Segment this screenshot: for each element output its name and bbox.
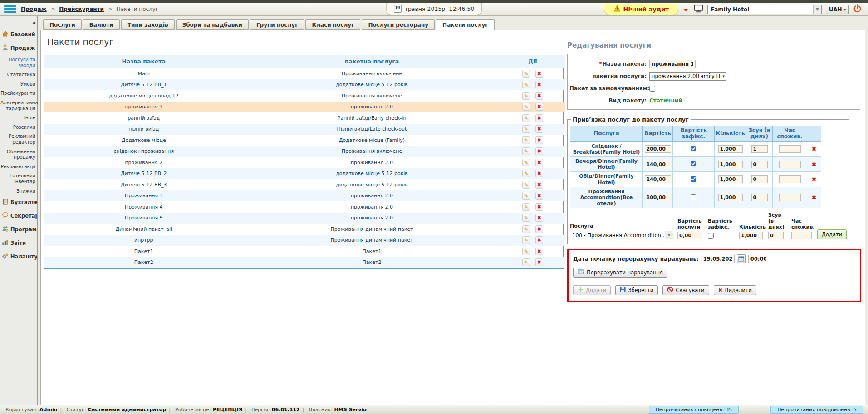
table-row[interactable]: Пакет1Пакет1✎✖ bbox=[44, 246, 565, 257]
tab-Групи послуг[interactable]: Групи послуг bbox=[250, 19, 304, 30]
date-time-display[interactable]: 19 травня 2025р. 12:46:50 bbox=[386, 3, 482, 15]
delete-icon[interactable]: ✖ bbox=[535, 70, 543, 78]
table-row[interactable]: пізній виїздПізній виїзд/Late check-out✎… bbox=[44, 124, 565, 135]
delete-icon[interactable]: ✖ bbox=[812, 146, 817, 152]
workstation-monitor-icon[interactable] bbox=[694, 5, 703, 15]
sidebar-group-item[interactable]: Продаж bbox=[0, 41, 37, 55]
tab-Типи заходів[interactable]: Типи заходів bbox=[121, 19, 175, 30]
tab-Збори та надбавки[interactable]: Збори та надбавки bbox=[176, 19, 249, 30]
delete-icon[interactable]: ✖ bbox=[535, 181, 543, 189]
fixed-checkbox[interactable] bbox=[691, 176, 696, 182]
delete-icon[interactable]: ✖ bbox=[535, 125, 543, 133]
edit-icon[interactable]: ✎ bbox=[522, 214, 530, 222]
delete-icon[interactable]: ✖ bbox=[535, 147, 543, 155]
delete-icon[interactable]: ✖ bbox=[535, 225, 543, 233]
edit-icon[interactable]: ✎ bbox=[522, 225, 530, 233]
hotel-select[interactable]: Family Hotel ▼ bbox=[707, 5, 822, 14]
recalc-time-input[interactable] bbox=[748, 255, 768, 263]
edit-icon[interactable]: ✎ bbox=[522, 70, 530, 78]
price-input[interactable] bbox=[645, 161, 671, 168]
edit-icon[interactable]: ✎ bbox=[522, 159, 530, 166]
unread-notifications-badge[interactable]: Непрочитаних сповіщень: 35 bbox=[649, 406, 739, 414]
add-shift-input[interactable] bbox=[768, 232, 784, 239]
qty-input[interactable] bbox=[718, 145, 743, 153]
qty-input[interactable] bbox=[718, 175, 743, 183]
edit-icon[interactable]: ✎ bbox=[522, 92, 530, 100]
price-input[interactable] bbox=[645, 175, 671, 183]
add-time-input[interactable] bbox=[791, 232, 812, 239]
delete-icon[interactable]: ✖ bbox=[812, 161, 817, 168]
table-row[interactable]: сніданок+проживанняПроживання включене✎✖ bbox=[44, 146, 565, 157]
time-input[interactable] bbox=[779, 175, 801, 183]
edit-icon[interactable]: ✎ bbox=[522, 236, 530, 244]
edit-icon[interactable]: ✎ bbox=[522, 248, 530, 255]
add-service-button[interactable]: Додати bbox=[817, 229, 847, 239]
delete-button[interactable]: ✖ Видалити bbox=[714, 285, 756, 295]
delete-icon[interactable]: ✖ bbox=[812, 194, 817, 201]
breadcrumb-link-pricelists[interactable]: Прейскуранти bbox=[59, 6, 104, 12]
shift-input[interactable] bbox=[751, 145, 768, 153]
delete-icon[interactable]: ✖ bbox=[812, 176, 817, 183]
table-row[interactable]: додатеове місце понад 12Проживання включ… bbox=[44, 90, 565, 102]
package-name-input[interactable] bbox=[649, 60, 696, 68]
table-row[interactable]: MainПроживання включене✎✖ bbox=[44, 68, 565, 79]
sidebar-group-item[interactable]: Бухгалтерія bbox=[0, 195, 37, 209]
table-row[interactable]: Проживання 5проживання 2.0✎✖ bbox=[44, 213, 565, 224]
tab-Класи послуг[interactable]: Класи послуг bbox=[305, 19, 360, 30]
resize-arrows-icon[interactable]: ◄► bbox=[682, 7, 690, 12]
sidebar-sub-item[interactable]: Рекламні акції bbox=[0, 162, 37, 171]
sidebar-sub-item[interactable]: Статистика bbox=[0, 70, 37, 79]
edit-icon[interactable]: ✎ bbox=[522, 125, 530, 133]
package-service-select[interactable]: проживання 2.0(Family Hotel) ▾ bbox=[649, 72, 726, 81]
add-package-button[interactable]: Додати bbox=[573, 285, 611, 295]
sidebar-collapse-icon[interactable]: ◀ bbox=[32, 20, 35, 25]
delete-icon[interactable]: ✖ bbox=[535, 103, 543, 111]
edit-icon[interactable]: ✎ bbox=[522, 203, 530, 211]
add-qty-input[interactable] bbox=[739, 232, 763, 239]
cancel-button[interactable]: Скасувати bbox=[662, 285, 709, 295]
sidebar-sub-item[interactable]: Альтернативна тарифікація bbox=[0, 98, 37, 113]
delete-icon[interactable]: ✖ bbox=[535, 159, 543, 166]
sidebar-sub-item[interactable]: Розсилки bbox=[0, 122, 37, 132]
column-header[interactable]: пакетна послуга bbox=[244, 55, 500, 68]
menu-icon[interactable] bbox=[4, 5, 16, 14]
sidebar-sub-item[interactable]: Прейскуранти bbox=[0, 88, 37, 98]
sidebar-group-item[interactable]: Звіти bbox=[0, 236, 37, 250]
shift-input[interactable] bbox=[751, 175, 768, 183]
delete-icon[interactable]: ✖ bbox=[535, 203, 543, 211]
tab-Валюти[interactable]: Валюти bbox=[83, 19, 120, 30]
delete-icon[interactable]: ✖ bbox=[535, 136, 543, 144]
fixed-checkbox[interactable] bbox=[691, 146, 696, 151]
edit-icon[interactable]: ✎ bbox=[522, 114, 530, 122]
currency-select[interactable]: UAH ▾ bbox=[826, 5, 849, 14]
shift-input[interactable] bbox=[751, 194, 768, 201]
table-row[interactable]: Дитяче 5-12 BB_2додаткове місце 5-12 рок… bbox=[44, 168, 565, 180]
sidebar-sub-item[interactable]: Умови bbox=[0, 79, 37, 89]
edit-icon[interactable]: ✎ bbox=[522, 136, 530, 144]
sidebar-sub-item[interactable]: Готельний інвентар bbox=[0, 171, 37, 186]
delete-icon[interactable]: ✖ bbox=[535, 192, 543, 200]
sidebar-sub-item[interactable]: Знижки bbox=[0, 186, 37, 196]
table-row[interactable]: ипртррПроживання динамічний пакет✎✖ bbox=[44, 235, 565, 246]
table-row[interactable]: Дитяче 5-12 BB_1додаткове місце 5-12 рок… bbox=[44, 79, 565, 91]
calendar-picker-button[interactable] bbox=[737, 254, 746, 263]
tab-Послуги[interactable]: Послуги bbox=[43, 19, 82, 30]
table-row[interactable]: Дитяче 5-12 BB_3додаткове місце 5-12 рок… bbox=[44, 179, 565, 190]
table-row[interactable]: Динамічний пакет_allПроживання динамічни… bbox=[44, 224, 565, 235]
time-input[interactable] bbox=[779, 194, 801, 201]
add-fixed-checkbox[interactable] bbox=[708, 233, 714, 239]
delete-icon[interactable]: ✖ bbox=[535, 81, 543, 88]
delete-icon[interactable]: ✖ bbox=[535, 236, 543, 244]
table-row[interactable]: Проживання 4проживання 2.0✎✖ bbox=[44, 201, 565, 213]
tab-Пакети послуг[interactable]: Пакети послуг bbox=[436, 19, 495, 30]
table-row[interactable]: ранній заїздРанній заїзд/Early check-in✎… bbox=[44, 112, 565, 124]
sidebar-group-item[interactable]: Секретар bbox=[0, 209, 37, 223]
default-package-checkbox[interactable] bbox=[649, 86, 655, 92]
edit-icon[interactable]: ✎ bbox=[522, 103, 530, 111]
table-row[interactable]: проживання 2проживання 2.0✎✖ bbox=[44, 157, 565, 168]
sidebar-group-item[interactable]: Базовий bbox=[0, 28, 37, 41]
time-input[interactable] bbox=[779, 161, 801, 168]
delete-icon[interactable]: ✖ bbox=[535, 114, 543, 122]
tab-Послуги ресторану[interactable]: Послуги ресторану bbox=[362, 19, 435, 30]
save-button[interactable]: Зберегти bbox=[615, 285, 658, 295]
